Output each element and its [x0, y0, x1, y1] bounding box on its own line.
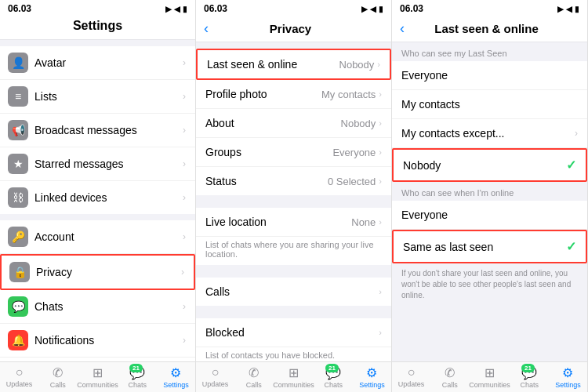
about-label: About: [205, 117, 234, 129]
updates-label: Updates: [6, 380, 33, 388]
chats-badge: 21: [129, 364, 143, 372]
starred-label: Starred messages: [34, 158, 180, 170]
battery-icon: ▮: [379, 5, 383, 13]
panel-settings: 06.03 ▶ ◀ ▮ Settings 👤 Avatar › ≡ Lists …: [0, 0, 196, 392]
back-button[interactable]: ‹: [204, 20, 209, 37]
settings-item-lists[interactable]: ≡ Lists ›: [0, 80, 195, 114]
chevron-icon: ›: [183, 301, 186, 312]
chevron-icon: ›: [379, 147, 382, 157]
panel-last-seen: 06.03 ▶ ◀ ▮ ‹ Last seen & online Who can…: [392, 0, 588, 392]
updates-icon: ○: [16, 365, 24, 379]
tab-updates[interactable]: ○ Updates: [0, 365, 38, 389]
privacy-item-about[interactable]: About Nobody ›: [196, 109, 391, 138]
same-as-last-label: Same as last seen: [403, 241, 493, 253]
tab-bar-2: ○ Updates ✆ Calls ⊞ Communities 💬 21 Cha…: [196, 361, 391, 392]
updates-icon: ○: [408, 365, 416, 379]
privacy-header: ‹ Privacy: [196, 16, 391, 42]
tab-bar-3: ○ Updates ✆ Calls ⊞ Communities 💬 21 Cha…: [392, 361, 587, 392]
settings-item-storage[interactable]: ☁ Storage and data ›: [0, 358, 195, 361]
privacy-item-photo[interactable]: Profile photo My contacts ›: [196, 80, 391, 109]
chats-badge: 21: [521, 364, 535, 372]
chats-badge: 21: [325, 364, 339, 372]
time-2: 06.03: [204, 3, 227, 14]
tab-calls-3[interactable]: ✆ Calls: [430, 365, 469, 389]
tab-updates-3[interactable]: ○ Updates: [392, 365, 430, 389]
tab-chats[interactable]: 💬 21 Chats: [118, 365, 157, 389]
status-label: Status: [205, 175, 237, 187]
tab-communities-2[interactable]: ⊞ Communities: [273, 365, 314, 389]
privacy-item-blocked[interactable]: Blocked ›: [196, 318, 391, 347]
calls-label: Calls: [442, 381, 458, 389]
settings-item-broadcast[interactable]: 📢 Broadcast messages ›: [0, 114, 195, 147]
calls-label: Calls: [246, 381, 262, 389]
tab-chats-2[interactable]: 💬 21 Chats: [314, 365, 353, 389]
settings-item-chats[interactable]: 💬 Chats ›: [0, 290, 195, 324]
chevron-icon: ›: [379, 89, 382, 99]
section1-label: Who can see my Last Seen: [392, 42, 587, 61]
last-seen-title: Last seen & online: [408, 22, 579, 35]
last-seen-header: ‹ Last seen & online: [392, 16, 587, 42]
settings-tab-icon: ⚙: [366, 365, 377, 380]
chats-label: Chats: [34, 300, 180, 313]
starred-icon: ★: [8, 154, 28, 174]
nobody-label: Nobody: [403, 159, 441, 172]
updates-label: Updates: [202, 380, 229, 388]
settings-item-avatar[interactable]: 👤 Avatar ›: [0, 46, 195, 80]
calls-icon: ✆: [53, 365, 63, 380]
wifi-icon: ◀: [174, 5, 180, 13]
tab-updates-2[interactable]: ○ Updates: [196, 365, 234, 389]
settings-item-account[interactable]: 🔑 Account ›: [0, 220, 195, 254]
back-button-3[interactable]: ‹: [400, 20, 405, 37]
tab-communities-3[interactable]: ⊞ Communities: [469, 365, 510, 389]
notifications-icon: 🔔: [8, 330, 28, 350]
tab-settings-3[interactable]: ⚙ Settings: [549, 365, 587, 389]
calls-label: Calls: [50, 381, 66, 389]
settings-item-starred[interactable]: ★ Starred messages ›: [0, 147, 195, 181]
tab-calls-2[interactable]: ✆ Calls: [234, 365, 273, 389]
settings-item-privacy[interactable]: 🔒 Privacy ›: [0, 254, 195, 290]
updates-label: Updates: [398, 380, 425, 388]
checkmark-nobody: ✓: [566, 158, 576, 172]
tab-chats-3[interactable]: 💬 21 Chats: [510, 365, 549, 389]
option-same-as-last[interactable]: Same as last seen ✓: [392, 230, 587, 263]
tab-settings[interactable]: ⚙ Settings: [157, 365, 195, 389]
option-everyone2[interactable]: Everyone: [392, 201, 587, 230]
communities-icon: ⊞: [485, 365, 495, 380]
option-everyone[interactable]: Everyone: [392, 61, 587, 90]
panel-privacy: 06.03 ▶ ◀ ▮ ‹ Privacy Last seen & online…: [196, 0, 392, 392]
account-label: Account: [34, 230, 180, 243]
privacy-item-live-location[interactable]: Live location None ›: [196, 208, 391, 237]
privacy-item-groups[interactable]: Groups Everyone ›: [196, 138, 391, 167]
last-seen-value: Nobody ›: [339, 59, 380, 71]
tab-settings-2[interactable]: ⚙ Settings: [353, 365, 391, 389]
option-contacts-except[interactable]: My contacts except... ›: [392, 119, 587, 148]
settings-tab-icon: ⚙: [170, 365, 181, 380]
chevron-icon: ›: [379, 287, 382, 296]
footer-note: If you don't share your last seen and on…: [392, 263, 587, 306]
chevron-icon: ›: [183, 192, 186, 203]
privacy-section-1: Last seen & online Nobody › Profile phot…: [196, 49, 391, 195]
privacy-item-last-seen[interactable]: Last seen & online Nobody ›: [196, 49, 391, 80]
privacy-item-calls[interactable]: Calls ›: [196, 278, 391, 306]
about-value: Nobody ›: [341, 118, 382, 129]
settings-title: Settings: [0, 16, 195, 40]
live-location-desc: List of chats where you are sharing your…: [196, 237, 391, 265]
privacy-list: Last seen & online Nobody › Profile phot…: [196, 42, 391, 361]
last-seen-label: Last seen & online: [207, 58, 297, 71]
groups-label: Groups: [205, 146, 241, 158]
option-nobody[interactable]: Nobody ✓: [392, 148, 587, 182]
settings-item-linked[interactable]: ⛓ Linked devices ›: [0, 181, 195, 214]
calls-label: Calls: [205, 285, 230, 298]
blocked-value: ›: [379, 328, 382, 337]
settings-tab-label: Settings: [359, 381, 385, 389]
tab-calls[interactable]: ✆ Calls: [38, 365, 77, 389]
tab-communities[interactable]: ⊞ Communities: [77, 365, 118, 389]
settings-item-notifications[interactable]: 🔔 Notifications ›: [0, 324, 195, 358]
signal-icon: ▶: [361, 5, 368, 13]
signal-icon: ▶: [165, 5, 172, 13]
chevron-icon: ›: [379, 328, 382, 337]
privacy-item-status[interactable]: Status 0 Selected ›: [196, 167, 391, 195]
option-my-contacts[interactable]: My contacts: [392, 90, 587, 119]
checkmark-same-as-last: ✓: [566, 239, 576, 254]
status-bar-2: 06.03 ▶ ◀ ▮: [196, 0, 391, 16]
